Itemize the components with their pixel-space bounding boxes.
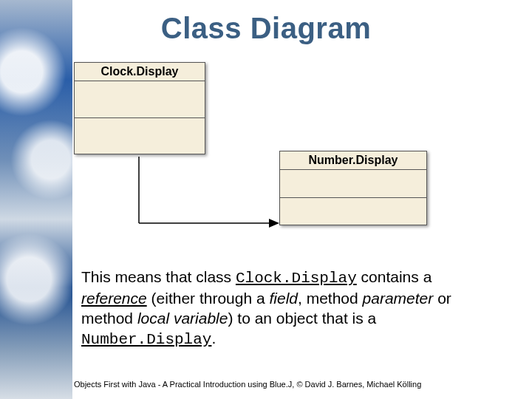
uml-class-clock-display: Clock.Display [74,62,205,154]
uml-methods [75,118,205,154]
text: (either through a [147,290,270,307]
class-ref-number: Number.Display [81,331,211,348]
class-ref-clock: Clock.Display [236,270,357,287]
uml-class-name: Number.Display [280,151,426,170]
text: This means that class [81,268,236,285]
term-local-variable: local variable [137,310,228,327]
uml-class-name: Clock.Display [75,63,205,81]
uml-methods [280,198,426,225]
footer-text: Objects First with Java - A Practical In… [74,380,421,389]
term-parameter: parameter [363,290,434,307]
text: . [211,330,216,347]
uml-class-number-display: Number.Display [279,151,427,225]
uml-diagram: Clock.Display Number.Display [74,59,488,251]
svg-marker-2 [269,219,279,228]
uml-attributes [280,170,426,198]
uml-attributes [75,81,205,118]
text: ) to an object that is a [228,310,376,327]
page-title: Class Diagram [0,12,532,45]
term-reference: reference [81,290,147,307]
text: contains a [357,268,432,285]
decorative-sidebar [0,0,72,399]
term-field: field [269,290,298,307]
explanation-text: This means that class Clock.Display cont… [81,267,495,350]
text: , method [298,290,363,307]
